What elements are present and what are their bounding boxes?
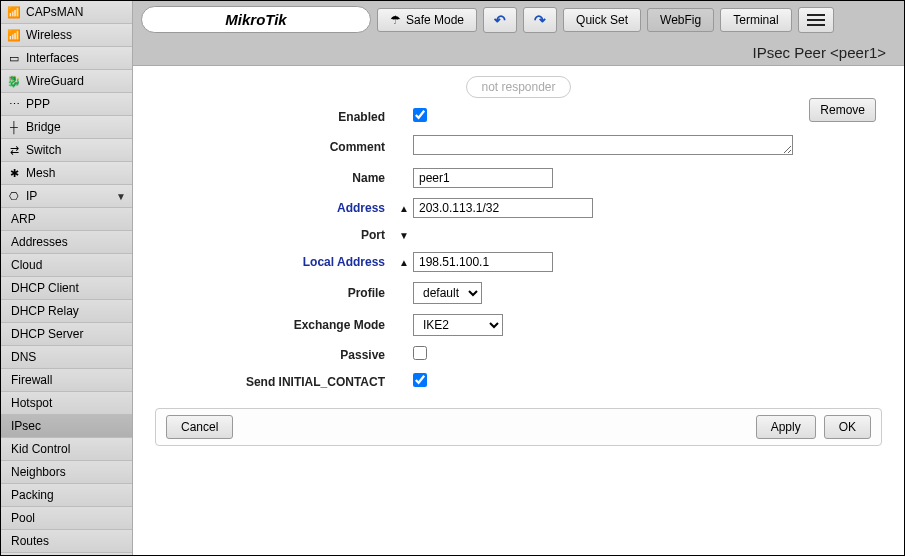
sidebar-item-addresses[interactable]: Addresses — [1, 231, 132, 254]
exchange-mode-select[interactable]: IKE2mainaggressivebase — [413, 314, 503, 336]
form: Enabled Comment Name Address ▲ — [155, 108, 882, 446]
profile-select[interactable]: default — [413, 282, 482, 304]
sidebar-item-label: Routes — [11, 534, 49, 548]
chevron-down-icon: ▼ — [116, 191, 126, 202]
bridge-icon: ┼ — [7, 120, 21, 134]
name-field[interactable] — [413, 168, 553, 188]
content: not responder Remove Enabled Comment Nam… — [133, 66, 904, 555]
sidebar-item-bridge[interactable]: ┼Bridge — [1, 116, 132, 139]
webfig-tab[interactable]: WebFig — [647, 8, 714, 32]
sidebar-item-dhcp-server[interactable]: DHCP Server — [1, 323, 132, 346]
sidebar-item-label: DHCP Relay — [11, 304, 79, 318]
brand-pill: MikroTik — [141, 6, 371, 33]
ppp-icon: ⋯ — [7, 97, 21, 111]
sidebar-item-label: Cloud — [11, 258, 42, 272]
collapse-icon[interactable]: ▲ — [395, 203, 413, 214]
sidebar-item-label: CAPsMAN — [26, 5, 83, 19]
sidebar-item-wireless[interactable]: 📶Wireless — [1, 24, 132, 47]
name-label: Name — [155, 171, 395, 185]
wireguard-icon: 🐉 — [7, 74, 21, 88]
wireless-icon: 📶 — [7, 28, 21, 42]
passive-label: Passive — [155, 348, 395, 362]
sidebar-item-arp[interactable]: ARP — [1, 208, 132, 231]
sidebar-item-label: WireGuard — [26, 74, 84, 88]
sidebar-item-wireguard[interactable]: 🐉WireGuard — [1, 70, 132, 93]
hamburger-icon — [807, 11, 825, 29]
collapse-icon[interactable]: ▲ — [395, 257, 413, 268]
sidebar-item-dhcp-relay[interactable]: DHCP Relay — [1, 300, 132, 323]
apply-button[interactable]: Apply — [756, 415, 816, 439]
sidebar-item-label: Kid Control — [11, 442, 70, 456]
sidebar-item-hotspot[interactable]: Hotspot — [1, 392, 132, 415]
sidebar-item-label: Pool — [11, 511, 35, 525]
redo-button[interactable]: ↷ — [523, 7, 557, 33]
topbar: MikroTik ☂ Safe Mode ↶ ↷ Quick Set WebFi… — [133, 1, 904, 38]
switch-icon: ⇄ — [7, 143, 21, 157]
port-label: Port — [155, 228, 395, 242]
passive-checkbox[interactable] — [413, 346, 427, 360]
sidebar-item-label: Switch — [26, 143, 61, 157]
sidebar-item-label: Packing — [11, 488, 54, 502]
address-label[interactable]: Address — [155, 201, 395, 215]
send-initial-contact-label: Send INITIAL_CONTACT — [155, 375, 395, 389]
remove-button[interactable]: Remove — [809, 98, 876, 122]
sidebar-item-label: Firewall — [11, 373, 52, 387]
sidebar-item-ppp[interactable]: ⋯PPP — [1, 93, 132, 116]
safe-mode-label: Safe Mode — [406, 13, 464, 27]
enabled-label: Enabled — [155, 110, 395, 124]
page-title: IPsec Peer <peer1> — [133, 38, 904, 66]
sidebar-item-mesh[interactable]: ✱Mesh — [1, 162, 132, 185]
sidebar-item-interfaces[interactable]: ▭Interfaces — [1, 47, 132, 70]
sidebar-item-ip[interactable]: ⎔ IP ▼ — [1, 185, 132, 208]
sidebar-item-dns[interactable]: DNS — [1, 346, 132, 369]
local-address-field[interactable] — [413, 252, 553, 272]
safe-mode-button[interactable]: ☂ Safe Mode — [377, 8, 477, 32]
sidebar-item-label: Addresses — [11, 235, 68, 249]
sidebar-item-label: Hotspot — [11, 396, 52, 410]
sidebar-item-firewall[interactable]: Firewall — [1, 369, 132, 392]
ok-button[interactable]: OK — [824, 415, 871, 439]
sidebar-item-pool[interactable]: Pool — [1, 507, 132, 530]
terminal-tab[interactable]: Terminal — [720, 8, 791, 32]
ip-icon: ⎔ — [7, 189, 21, 203]
sidebar-item-label: DNS — [11, 350, 36, 364]
umbrella-icon: ☂ — [390, 13, 401, 27]
local-address-label[interactable]: Local Address — [155, 255, 395, 269]
sidebar-item-label: IP — [26, 189, 37, 203]
undo-button[interactable]: ↶ — [483, 7, 517, 33]
send-initial-contact-checkbox[interactable] — [413, 373, 427, 387]
address-field[interactable] — [413, 198, 593, 218]
quick-set-button[interactable]: Quick Set — [563, 8, 641, 32]
sidebar-item-label: Neighbors — [11, 465, 66, 479]
sidebar-item-switch[interactable]: ⇄Switch — [1, 139, 132, 162]
mesh-icon: ✱ — [7, 166, 21, 180]
sidebar-item-label: Mesh — [26, 166, 55, 180]
cancel-button[interactable]: Cancel — [166, 415, 233, 439]
comment-field[interactable] — [413, 135, 793, 155]
responder-badge: not responder — [466, 76, 570, 98]
sidebar-item-label: Wireless — [26, 28, 72, 42]
sidebar-item-ipsec[interactable]: IPsec — [1, 415, 132, 438]
sidebar-item-packing[interactable]: Packing — [1, 484, 132, 507]
enabled-checkbox[interactable] — [413, 108, 427, 122]
sidebar-item-kid-control[interactable]: Kid Control — [1, 438, 132, 461]
sidebar-item-label: Bridge — [26, 120, 61, 134]
expand-icon[interactable]: ▼ — [395, 230, 413, 241]
exchange-mode-label: Exchange Mode — [155, 318, 395, 332]
comment-label: Comment — [155, 140, 395, 154]
footer-bar: Cancel Apply OK — [155, 408, 882, 446]
sidebar-item-label: DHCP Client — [11, 281, 79, 295]
sidebar-item-cloud[interactable]: Cloud — [1, 254, 132, 277]
menu-button[interactable] — [798, 7, 834, 33]
sidebar-item-smb[interactable]: SMB — [1, 553, 132, 555]
sidebar-item-dhcp-client[interactable]: DHCP Client — [1, 277, 132, 300]
sidebar-item-neighbors[interactable]: Neighbors — [1, 461, 132, 484]
sidebar-item-label: ARP — [11, 212, 36, 226]
sidebar-item-routes[interactable]: Routes — [1, 530, 132, 553]
capsman-icon: 📶 — [7, 5, 21, 19]
interfaces-icon: ▭ — [7, 51, 21, 65]
sidebar: 📶CAPsMAN📶Wireless▭Interfaces🐉WireGuard⋯P… — [1, 1, 133, 555]
sidebar-item-label: IPsec — [11, 419, 41, 433]
sidebar-item-capsman[interactable]: 📶CAPsMAN — [1, 1, 132, 24]
sidebar-item-label: Interfaces — [26, 51, 79, 65]
